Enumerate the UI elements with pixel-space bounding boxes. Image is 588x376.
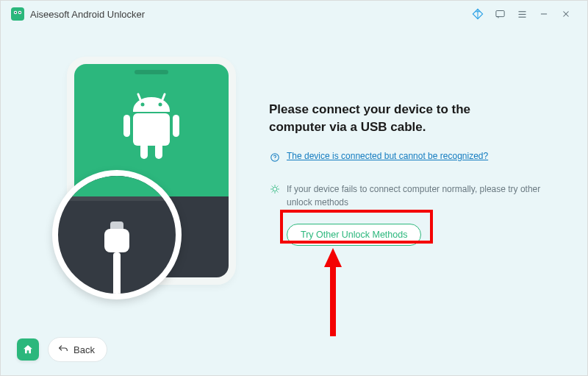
svg-line-31: [277, 185, 278, 186]
svg-rect-14: [133, 113, 170, 146]
svg-line-30: [272, 191, 273, 192]
svg-line-13: [162, 94, 165, 102]
footer-controls: Back: [17, 337, 107, 362]
svg-point-20: [159, 103, 162, 107]
app-title: Aiseesoft Android Unlocker: [30, 9, 145, 20]
svg-rect-16: [173, 115, 179, 137]
usb-cable-icon: [101, 221, 132, 297]
device-illustration: [67, 57, 236, 285]
svg-point-19: [141, 103, 145, 107]
svg-point-3: [15, 12, 16, 13]
svg-marker-32: [324, 248, 342, 336]
phone-notch: [135, 70, 168, 74]
content-area: Please connect your device to the comput…: [1, 27, 587, 375]
svg-point-23: [273, 187, 277, 191]
back-button[interactable]: Back: [48, 337, 107, 362]
help-link-row: The device is connected but cannot be re…: [269, 151, 558, 163]
svg-rect-5: [495, 10, 503, 16]
menu-icon[interactable]: [511, 4, 533, 24]
home-button[interactable]: [17, 338, 39, 361]
headline: Please connect your device to the comput…: [269, 101, 558, 136]
svg-line-12: [138, 94, 141, 102]
tip-text: If your device fails to connect computer…: [287, 182, 558, 209]
svg-rect-0: [11, 7, 24, 21]
back-label: Back: [74, 344, 95, 355]
close-button[interactable]: [555, 4, 577, 24]
tip-icon: [269, 183, 281, 195]
svg-rect-17: [140, 143, 148, 159]
minimize-button[interactable]: [533, 4, 555, 24]
svg-line-28: [272, 185, 273, 186]
tip-row: If your device fails to connect computer…: [269, 182, 558, 209]
annotation-highlight-rect: [280, 210, 433, 244]
svg-point-22: [275, 159, 276, 160]
svg-point-4: [19, 12, 21, 13]
usb-zoom-circle: [52, 170, 182, 299]
annotation-arrow-icon: [324, 248, 342, 336]
svg-rect-15: [123, 115, 130, 137]
app-window: Aiseesoft Android Unlocker: [0, 0, 588, 376]
help-icon: [269, 152, 281, 163]
back-arrow-icon: [57, 344, 69, 355]
svg-line-29: [277, 191, 278, 192]
feedback-icon[interactable]: [489, 4, 511, 24]
title-bar: Aiseesoft Android Unlocker: [1, 1, 587, 27]
app-logo-icon: [11, 7, 24, 21]
headline-line1: Please connect your device to the: [269, 102, 470, 116]
svg-rect-18: [155, 143, 162, 159]
headline-line2: computer via a USB cable.: [269, 120, 426, 134]
connection-help-link[interactable]: The device is connected but cannot be re…: [287, 151, 488, 161]
vip-icon[interactable]: [467, 4, 489, 24]
android-robot-icon: [115, 90, 188, 171]
